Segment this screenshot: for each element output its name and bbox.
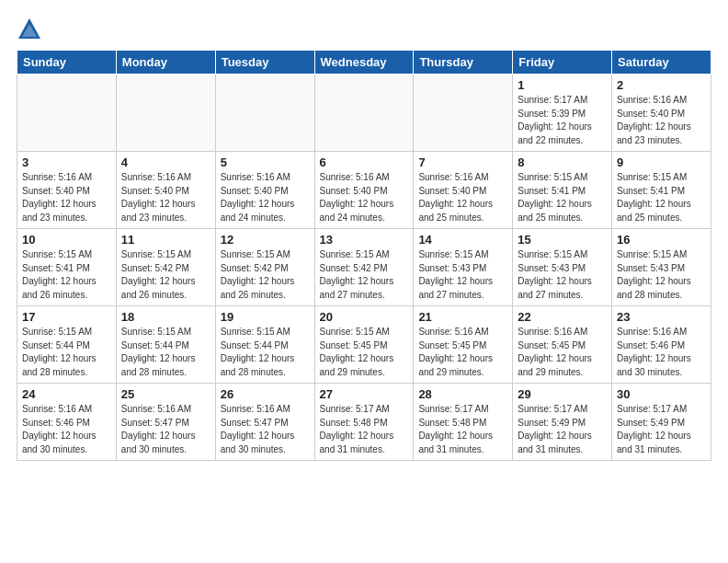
day-number: 1 [518,78,607,92]
day-number: 19 [221,310,310,324]
calendar-cell [414,75,513,152]
day-number: 2 [617,78,706,92]
weekday-header-friday: Friday [513,51,612,75]
day-detail: Sunrise: 5:15 AM Sunset: 5:44 PM Dayligh… [22,326,111,379]
day-detail: Sunrise: 5:15 AM Sunset: 5:43 PM Dayligh… [617,248,706,302]
day-number: 25 [121,387,210,401]
day-detail: Sunrise: 5:17 AM Sunset: 5:49 PM Dayligh… [617,403,706,456]
calendar-week-row: 17Sunrise: 5:15 AM Sunset: 5:44 PM Dayli… [17,306,711,384]
day-number: 20 [320,310,409,324]
day-number: 21 [418,310,507,324]
weekday-header-sunday: Sunday [17,51,117,75]
day-detail: Sunrise: 5:16 AM Sunset: 5:40 PM Dayligh… [320,171,409,224]
calendar-cell [116,75,215,152]
day-detail: Sunrise: 5:15 AM Sunset: 5:41 PM Dayligh… [22,248,111,302]
day-number: 4 [121,155,210,169]
weekday-header-thursday: Thursday [414,51,513,75]
day-detail: Sunrise: 5:16 AM Sunset: 5:40 PM Dayligh… [418,171,507,224]
day-number: 17 [22,310,111,324]
day-detail: Sunrise: 5:15 AM Sunset: 5:41 PM Dayligh… [617,171,706,224]
calendar-cell: 2Sunrise: 5:16 AM Sunset: 5:40 PM Daylig… [612,75,711,152]
calendar-cell: 1Sunrise: 5:17 AM Sunset: 5:39 PM Daylig… [513,75,612,152]
day-number: 9 [617,155,706,169]
weekday-header-monday: Monday [116,51,215,75]
day-detail: Sunrise: 5:16 AM Sunset: 5:40 PM Dayligh… [617,94,706,147]
day-number: 18 [121,310,210,324]
calendar-cell [314,75,414,152]
calendar-cell: 27Sunrise: 5:17 AM Sunset: 5:48 PM Dayli… [314,384,414,461]
calendar-body: 1Sunrise: 5:17 AM Sunset: 5:39 PM Daylig… [17,75,711,461]
weekday-header-saturday: Saturday [612,51,711,75]
day-number: 11 [121,233,210,247]
day-detail: Sunrise: 5:15 AM Sunset: 5:43 PM Dayligh… [518,248,607,302]
calendar-cell: 21Sunrise: 5:16 AM Sunset: 5:45 PM Dayli… [414,306,513,384]
calendar-cell: 29Sunrise: 5:17 AM Sunset: 5:49 PM Dayli… [513,384,612,461]
day-detail: Sunrise: 5:15 AM Sunset: 5:41 PM Dayligh… [518,171,607,224]
calendar-table: SundayMondayTuesdayWednesdayThursdayFrid… [17,50,711,461]
calendar-cell: 22Sunrise: 5:16 AM Sunset: 5:45 PM Dayli… [513,306,612,384]
day-number: 6 [320,155,409,169]
day-detail: Sunrise: 5:15 AM Sunset: 5:42 PM Dayligh… [221,248,310,302]
calendar-cell: 9Sunrise: 5:15 AM Sunset: 5:41 PM Daylig… [612,152,711,229]
day-number: 12 [221,233,310,247]
weekday-header-tuesday: Tuesday [215,51,314,75]
calendar-cell [215,75,314,152]
calendar-cell: 25Sunrise: 5:16 AM Sunset: 5:47 PM Dayli… [116,384,215,461]
day-detail: Sunrise: 5:16 AM Sunset: 5:47 PM Dayligh… [121,403,210,456]
calendar-cell: 18Sunrise: 5:15 AM Sunset: 5:44 PM Dayli… [116,306,215,384]
calendar-cell: 19Sunrise: 5:15 AM Sunset: 5:44 PM Dayli… [215,306,314,384]
calendar-header: SundayMondayTuesdayWednesdayThursdayFrid… [17,51,711,75]
day-detail: Sunrise: 5:16 AM Sunset: 5:40 PM Dayligh… [221,171,310,224]
calendar-cell: 23Sunrise: 5:16 AM Sunset: 5:46 PM Dayli… [612,306,711,384]
day-number: 24 [22,387,111,401]
day-detail: Sunrise: 5:15 AM Sunset: 5:44 PM Dayligh… [221,326,310,379]
calendar-cell: 14Sunrise: 5:15 AM Sunset: 5:43 PM Dayli… [414,229,513,306]
day-number: 29 [518,387,607,401]
calendar-cell: 30Sunrise: 5:17 AM Sunset: 5:49 PM Dayli… [612,384,711,461]
weekday-header-row: SundayMondayTuesdayWednesdayThursdayFrid… [17,51,711,75]
day-detail: Sunrise: 5:17 AM Sunset: 5:48 PM Dayligh… [320,403,409,456]
day-detail: Sunrise: 5:15 AM Sunset: 5:42 PM Dayligh… [121,248,210,302]
calendar-week-row: 10Sunrise: 5:15 AM Sunset: 5:41 PM Dayli… [17,229,711,306]
calendar-cell: 4Sunrise: 5:16 AM Sunset: 5:40 PM Daylig… [116,152,215,229]
day-number: 22 [518,310,607,324]
calendar-cell: 10Sunrise: 5:15 AM Sunset: 5:41 PM Dayli… [17,229,117,306]
calendar-cell: 11Sunrise: 5:15 AM Sunset: 5:42 PM Dayli… [116,229,215,306]
day-number: 16 [617,233,706,247]
day-number: 26 [221,387,310,401]
day-detail: Sunrise: 5:15 AM Sunset: 5:45 PM Dayligh… [320,326,409,379]
calendar-cell [17,75,117,152]
day-number: 23 [617,310,706,324]
calendar-cell: 5Sunrise: 5:16 AM Sunset: 5:40 PM Daylig… [215,152,314,229]
calendar-cell: 24Sunrise: 5:16 AM Sunset: 5:46 PM Dayli… [17,384,117,461]
calendar-cell: 28Sunrise: 5:17 AM Sunset: 5:48 PM Dayli… [414,384,513,461]
day-detail: Sunrise: 5:15 AM Sunset: 5:42 PM Dayligh… [320,248,409,302]
day-detail: Sunrise: 5:16 AM Sunset: 5:46 PM Dayligh… [22,403,111,456]
calendar-cell: 6Sunrise: 5:16 AM Sunset: 5:40 PM Daylig… [314,152,414,229]
calendar-cell: 7Sunrise: 5:16 AM Sunset: 5:40 PM Daylig… [414,152,513,229]
calendar-cell: 8Sunrise: 5:15 AM Sunset: 5:41 PM Daylig… [513,152,612,229]
day-detail: Sunrise: 5:16 AM Sunset: 5:47 PM Dayligh… [221,403,310,456]
weekday-header-wednesday: Wednesday [314,51,414,75]
day-number: 5 [221,155,310,169]
calendar-cell: 26Sunrise: 5:16 AM Sunset: 5:47 PM Dayli… [215,384,314,461]
day-detail: Sunrise: 5:15 AM Sunset: 5:44 PM Dayligh… [121,326,210,379]
logo [17,17,46,42]
day-detail: Sunrise: 5:16 AM Sunset: 5:45 PM Dayligh… [518,326,607,379]
calendar-cell: 16Sunrise: 5:15 AM Sunset: 5:43 PM Dayli… [612,229,711,306]
calendar-cell: 13Sunrise: 5:15 AM Sunset: 5:42 PM Dayli… [314,229,414,306]
calendar-cell: 17Sunrise: 5:15 AM Sunset: 5:44 PM Dayli… [17,306,117,384]
logo-icon [17,17,42,42]
day-detail: Sunrise: 5:16 AM Sunset: 5:40 PM Dayligh… [22,171,111,224]
header [17,17,711,42]
day-detail: Sunrise: 5:16 AM Sunset: 5:46 PM Dayligh… [617,326,706,379]
day-detail: Sunrise: 5:15 AM Sunset: 5:43 PM Dayligh… [418,248,507,302]
day-number: 30 [617,387,706,401]
calendar-week-row: 1Sunrise: 5:17 AM Sunset: 5:39 PM Daylig… [17,75,711,152]
day-detail: Sunrise: 5:16 AM Sunset: 5:40 PM Dayligh… [121,171,210,224]
day-number: 3 [22,155,111,169]
day-detail: Sunrise: 5:17 AM Sunset: 5:49 PM Dayligh… [518,403,607,456]
calendar-page: SundayMondayTuesdayWednesdayThursdayFrid… [0,0,728,470]
calendar-cell: 3Sunrise: 5:16 AM Sunset: 5:40 PM Daylig… [17,152,117,229]
calendar-cell: 12Sunrise: 5:15 AM Sunset: 5:42 PM Dayli… [215,229,314,306]
